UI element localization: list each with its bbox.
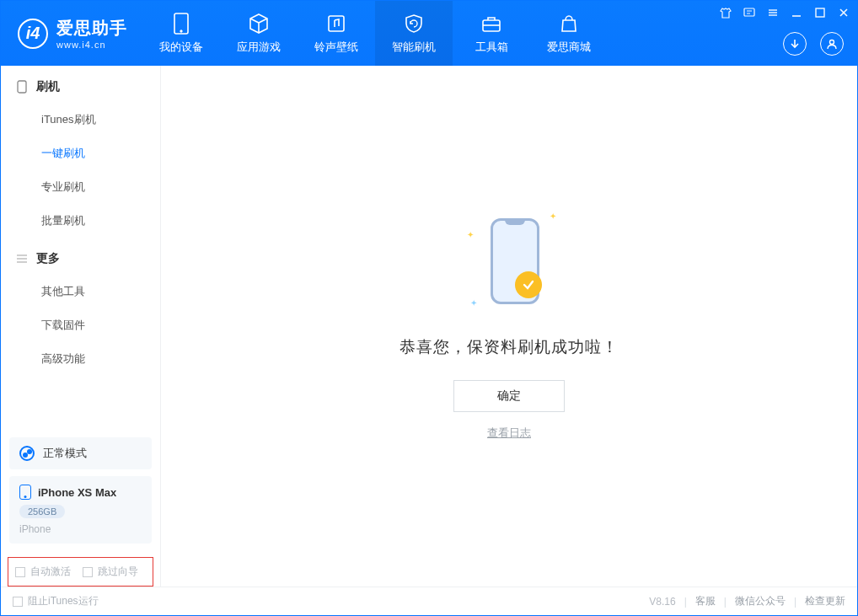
checkbox-block-itunes[interactable]: 阻止iTunes运行 [13, 594, 99, 608]
checkbox-icon [15, 567, 25, 577]
nav-label: 应用游戏 [237, 40, 281, 55]
checkbox-label: 阻止iTunes运行 [28, 594, 99, 608]
sidebar-item-download-firmware[interactable]: 下载固件 [1, 308, 160, 342]
download-button[interactable] [783, 32, 807, 56]
footer: 阻止iTunes运行 V8.16 | 客服 | 微信公众号 | 检查更新 [1, 587, 857, 615]
svg-rect-12 [816, 8, 824, 17]
sidebar-item-pro-flash[interactable]: 专业刷机 [1, 170, 160, 204]
nav-toolbox[interactable]: 工具箱 [453, 1, 530, 66]
close-button[interactable] [837, 6, 850, 19]
nav-smart-flash[interactable]: 智能刷机 [375, 1, 453, 66]
sidebar-item-other-tools[interactable]: 其他工具 [1, 275, 160, 308]
group-label: 更多 [36, 251, 60, 266]
checkbox-label: 自动激活 [30, 565, 71, 579]
nav-store[interactable]: 爱思商城 [530, 1, 608, 66]
success-message: 恭喜您，保资料刷机成功啦！ [400, 336, 619, 358]
checkbox-icon [13, 597, 23, 607]
sidebar-item-batch-flash[interactable]: 批量刷机 [1, 204, 160, 238]
nav-label: 爱思商城 [547, 40, 591, 55]
sidebar-group-title-more: 更多 [1, 238, 160, 275]
footer-right: V8.16 | 客服 | 微信公众号 | 检查更新 [649, 594, 845, 608]
maximize-button[interactable] [813, 6, 827, 19]
device-name: iPhone XS Max [38, 486, 116, 499]
toolbox-icon [480, 13, 502, 35]
separator: | [724, 596, 727, 608]
device-storage-badge: 256GB [19, 505, 65, 518]
header-right-icons [783, 32, 844, 56]
check-badge-icon [515, 271, 542, 298]
logo-area: i4 爱思助手 www.i4.cn [1, 1, 142, 66]
device-type: iPhone [19, 523, 142, 535]
sidebar-group-flash: 刷机 iTunes刷机 一键刷机 专业刷机 批量刷机 [1, 66, 160, 238]
svg-rect-2 [329, 16, 344, 31]
device-phone-icon [19, 485, 31, 500]
minimize-button[interactable] [790, 6, 803, 19]
svg-rect-17 [18, 81, 26, 93]
device-card[interactable]: iPhone XS Max 256GB iPhone [9, 476, 152, 544]
cube-icon [248, 13, 270, 35]
mode-card[interactable]: 正常模式 [9, 437, 152, 469]
check-update-link[interactable]: 检查更新 [805, 594, 845, 608]
main-nav: 我的设备 应用游戏 铃声壁纸 智能刷机 工具箱 爱思商城 [142, 1, 608, 66]
sidebar-scroll: 刷机 iTunes刷机 一键刷机 专业刷机 批量刷机 更多 其他工具 下载固件 … [1, 66, 160, 437]
checkbox-skip-guide[interactable]: 跳过向导 [83, 565, 138, 579]
version-label: V8.16 [649, 596, 675, 608]
user-button[interactable] [820, 32, 844, 56]
phone-notch-icon [505, 218, 525, 225]
app-subtitle: www.i4.cn [56, 40, 127, 50]
sidebar-bottom: 正常模式 iPhone XS Max 256GB iPhone [1, 437, 160, 552]
sparkle-icon: ✦ [467, 230, 474, 239]
view-log-link[interactable]: 查看日志 [487, 426, 531, 441]
list-icon [16, 253, 28, 265]
sidebar-item-onekey-flash[interactable]: 一键刷机 [1, 137, 160, 170]
nav-my-device[interactable]: 我的设备 [142, 1, 220, 66]
sidebar-group-title-flash: 刷机 [1, 66, 160, 103]
nav-label: 铃声壁纸 [314, 40, 358, 55]
feedback-icon[interactable] [743, 6, 756, 19]
body: 刷机 iTunes刷机 一键刷机 专业刷机 批量刷机 更多 其他工具 下载固件 … [1, 66, 857, 587]
music-icon [325, 13, 347, 35]
app-window: i4 爱思助手 www.i4.cn 我的设备 应用游戏 铃声壁纸 智能刷机 [0, 0, 858, 616]
refresh-shield-icon [403, 13, 425, 35]
wechat-link[interactable]: 微信公众号 [735, 594, 786, 608]
header: i4 爱思助手 www.i4.cn 我的设备 应用游戏 铃声壁纸 智能刷机 [1, 1, 857, 66]
sidebar-item-advanced[interactable]: 高级功能 [1, 342, 160, 376]
checkbox-label: 跳过向导 [98, 565, 138, 579]
sparkle-icon: ✦ [550, 212, 556, 221]
sidebar-item-itunes-flash[interactable]: iTunes刷机 [1, 103, 160, 137]
support-link[interactable]: 客服 [695, 594, 716, 608]
sparkle-icon: ✦ [470, 298, 477, 308]
svg-point-16 [830, 40, 834, 45]
window-controls [719, 6, 850, 19]
nav-label: 智能刷机 [392, 40, 436, 55]
checkbox-icon [83, 567, 93, 577]
phone-icon [16, 81, 28, 93]
nav-label: 我的设备 [159, 40, 203, 55]
app-title: 爱思助手 [56, 17, 127, 40]
nav-ringtone-wallpaper[interactable]: 铃声壁纸 [298, 1, 375, 66]
mode-icon [19, 446, 35, 461]
group-label: 刷机 [36, 79, 60, 94]
bag-icon [558, 13, 580, 35]
menu-icon[interactable] [766, 6, 780, 19]
success-illustration: ✦ ✦ ✦ [467, 212, 551, 313]
main-content: ✦ ✦ ✦ 恭喜您，保资料刷机成功啦！ 确定 查看日志 [161, 66, 857, 587]
logo-text: 爱思助手 www.i4.cn [56, 17, 127, 50]
nav-label: 工具箱 [475, 40, 508, 55]
separator: | [684, 596, 687, 608]
phone-outline-icon [491, 218, 539, 304]
device-icon [170, 13, 192, 35]
skin-icon[interactable] [719, 6, 732, 19]
sidebar-group-more: 更多 其他工具 下载固件 高级功能 [1, 238, 160, 376]
device-row: iPhone XS Max [19, 485, 142, 500]
svg-rect-5 [744, 8, 754, 16]
logo-icon: i4 [18, 19, 48, 49]
ok-button[interactable]: 确定 [453, 380, 565, 412]
svg-point-1 [180, 29, 182, 31]
mode-label: 正常模式 [43, 446, 87, 461]
highlighted-options-box: 自动激活 跳过向导 [8, 557, 153, 587]
separator: | [794, 596, 796, 608]
sidebar: 刷机 iTunes刷机 一键刷机 专业刷机 批量刷机 更多 其他工具 下载固件 … [1, 66, 161, 587]
checkbox-auto-activate[interactable]: 自动激活 [15, 565, 71, 579]
nav-apps-games[interactable]: 应用游戏 [220, 1, 298, 66]
